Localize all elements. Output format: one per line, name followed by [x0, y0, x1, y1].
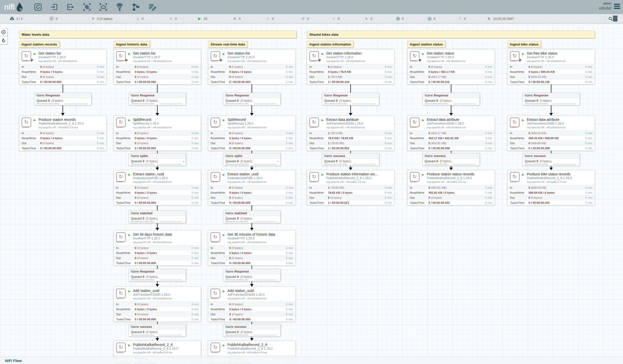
connection-label[interactable]: NameResponse Queued0 (0 bytes) — [223, 93, 280, 105]
connection-label[interactable]: NameResponse Queued0 (0 bytes) — [422, 93, 480, 105]
processor[interactable]: ↻P ▶ Get station status InvokeHTTP 1.25.… — [407, 49, 495, 84]
breadcrumb[interactable]: NiFi Flow — [5, 358, 22, 363]
queue-size-bar — [65, 103, 88, 104]
processor[interactable]: ↻ ▶ Extract data attribute JoltTransform… — [507, 116, 595, 151]
flow-label[interactable]: Ingest station information — [307, 41, 354, 47]
processor-name: Get station list — [133, 51, 172, 55]
processor[interactable]: ↻ ▶ Get 30 minutes of historic data Invo… — [208, 230, 296, 266]
processor[interactable]: ↻ ▶ Produce station status records Publi… — [407, 170, 495, 205]
processor[interactable]: ↻P ▶ Get station information InvokeHTTP … — [307, 49, 394, 84]
processor[interactable]: ↻ ▶ Produce station records PublishKafka… — [19, 116, 107, 151]
processor[interactable]: ↻P ▶ Get free bike status InvokeHTTP 1.2… — [507, 49, 595, 84]
connection-label[interactable]: NameResponse Queued0 (0 bytes) — [129, 269, 186, 281]
stat-label: Tasks/Time — [410, 80, 428, 83]
stat-window: 5 min — [581, 132, 592, 135]
input-port-icon[interactable] — [50, 3, 58, 11]
stat-row: Read/Write 0 bytes / 0 bytes 5 min — [19, 135, 106, 140]
connection-name: Response — [140, 270, 154, 273]
processor[interactable]: ↻ ▶ Produce bike status records PublishK… — [507, 170, 595, 205]
flow-label[interactable]: Ingest historic data — [114, 41, 150, 47]
connection-label[interactable]: Namesuccess Queued0 (0 bytes) — [129, 324, 186, 337]
connection-label[interactable]: NameResponse Queued0 (0 bytes) — [34, 93, 91, 105]
connection-label[interactable]: Namesplits Queued0 (0 bytes) ◑ — [223, 153, 280, 166]
processor-stats: In 0 (0 bytes) 5 min Read/Write 0 bytes … — [208, 130, 295, 150]
stat-row: In 0 (0 bytes) 5 min — [19, 64, 106, 69]
stat-window: 5 min — [481, 137, 492, 140]
processor[interactable]: ↻ ▶ Produce station information rec... P… — [307, 170, 394, 205]
flow-label[interactable]: Ingest bike status — [507, 41, 541, 47]
navigate-palette-button[interactable] — [0, 28, 8, 36]
processor-icon[interactable] — [34, 3, 42, 11]
label-icon[interactable] — [148, 3, 156, 11]
stat-label: Read/Write — [116, 251, 135, 254]
group-label[interactable]: Shared bikes data — [307, 31, 595, 38]
stat-row: Tasks/Time 1 / 00:00:00.144 5 min — [307, 79, 394, 84]
stat-value: 0 bytes / 453.17 KB — [428, 70, 455, 73]
processor[interactable]: ↻ ▶ Extract data attribute JoltTransform… — [407, 116, 495, 151]
connection-label[interactable]: NameResponse Queued0 (0 bytes) — [322, 93, 379, 105]
connection-label[interactable]: NameResponse Queued0 (0 bytes) — [522, 93, 580, 105]
process-group-icon[interactable] — [83, 3, 91, 11]
processor[interactable]: ↻ ▶ Extract station_uuid EvaluateJsonPat… — [114, 170, 201, 205]
processor[interactable]: ↻P ▶ Get station list InvokeHTTP 1.25.0 … — [19, 49, 107, 84]
processor[interactable]: ↻P ▶ Get station list InvokeHTTP 1.25.0 … — [208, 49, 296, 84]
stat-row: Tasks/Time 1 / 00:00:00.021 5 min — [307, 200, 394, 205]
locally-modified-stale-icon: ! — [428, 17, 432, 21]
connection-label[interactable]: Namematched Queued0 (0 bytes) — [223, 211, 280, 223]
stat-value: 5 / 00:00:00.042 — [428, 201, 450, 204]
processor[interactable]: ↻P ▶ Get station list InvokeHTTP 1.25.0 … — [114, 49, 201, 84]
stat-value: 78.83 KB / 0 bytes — [328, 191, 353, 194]
stat-window: 5 min — [92, 65, 104, 68]
output-port-icon[interactable] — [67, 3, 75, 11]
global-menu-button[interactable] — [614, 4, 620, 10]
stat-label: In — [410, 132, 428, 135]
flow-label[interactable]: Ingest station status — [407, 41, 445, 47]
stat-label: In — [116, 132, 135, 135]
active-threads-status: 0 — [50, 14, 58, 23]
operate-palette-button[interactable] — [0, 36, 8, 44]
stat-value: 0 bytes / 0 bytes — [229, 251, 252, 254]
stat-label: Tasks/Time — [116, 201, 135, 204]
stat-row: In 0 (0 bytes) 5 min — [307, 64, 394, 69]
processor[interactable]: ↻ ▶ SplitRecord SplitRecord 1.25.0 org.a… — [208, 116, 296, 151]
connection-label[interactable]: NameResponse Queued0 (0 bytes) — [129, 93, 186, 105]
template-icon[interactable] — [132, 3, 140, 11]
search-button[interactable] — [605, 14, 616, 23]
processor-type-icon: ↻ — [211, 343, 220, 352]
processor[interactable]: ↻ ▶ Extract station_uuid EvaluateJsonPat… — [208, 170, 296, 205]
flow-label[interactable]: Stream real-time data — [208, 41, 248, 47]
connection-label[interactable]: Namesuccess Queued0 (0 bytes) — [223, 324, 280, 337]
processor[interactable]: ↻ ▶ SplitRecord SplitRecord 1.25.0 org.a… — [114, 116, 201, 151]
processor[interactable]: ↻ ▶ Get 30 days historic data InvokeHTTP… — [114, 230, 201, 266]
stat-label: Out — [22, 75, 40, 78]
stat-label: Out — [211, 256, 229, 259]
stat-window: 5 min — [281, 70, 293, 73]
flow-label[interactable]: Ingest station records — [19, 41, 60, 47]
processor[interactable]: ↻ ▶ Add station_uuid JoltTransformJSON 1… — [208, 287, 296, 322]
stat-label: Read/Write — [510, 137, 529, 140]
connection-label[interactable]: Namematched Queued0 (0 bytes) — [129, 211, 186, 223]
stat-value: 0 bytes / 0 bytes — [229, 70, 252, 73]
flow-canvas[interactable]: Water levels dataShared bikes dataIngest… — [0, 23, 623, 364]
queued-count: 0 — [237, 275, 239, 279]
funnel-icon[interactable] — [116, 3, 124, 11]
processor[interactable]: ↻ ▶ Add station_uuid JoltTransformJSON 1… — [114, 287, 201, 322]
remote-process-group-icon[interactable] — [99, 3, 107, 11]
running-components-status: ▶23 — [198, 14, 207, 23]
refresh-icon[interactable]: ↻ — [487, 17, 491, 21]
primary-node-badge: P — [519, 59, 521, 62]
queued-count: 0 — [537, 160, 538, 163]
connection-label[interactable]: Namesuccess Queued0 (0 bytes) — [522, 153, 580, 166]
connection-label[interactable]: Namesuccess Queued0 (0 bytes) — [422, 153, 480, 166]
connection-label[interactable]: NameResponse Queued0 (0 bytes) — [223, 269, 280, 281]
logout-link[interactable]: LOG OUT — [599, 6, 611, 9]
stat-label: Read/Write — [211, 251, 229, 254]
connection-label[interactable]: Namesuccess Queued0 (0 bytes) — [322, 153, 379, 166]
stat-value: 0 / 00:00:00.000 — [135, 318, 156, 321]
connection-label[interactable]: Namesplits Queued0 (0 bytes) ◑ — [129, 153, 186, 166]
stat-value: 0 bytes / 569.03 KB — [529, 70, 555, 73]
stat-row: Tasks/Time 1 / 00:00:00.002 5 min — [307, 145, 394, 150]
processor[interactable]: ↻ ▶ Extract data attribute JoltTransform… — [307, 116, 394, 151]
processor-bundle: org.apache.nifi - nifi-standard-nar — [38, 60, 77, 63]
group-label[interactable]: Water levels data — [19, 31, 297, 38]
